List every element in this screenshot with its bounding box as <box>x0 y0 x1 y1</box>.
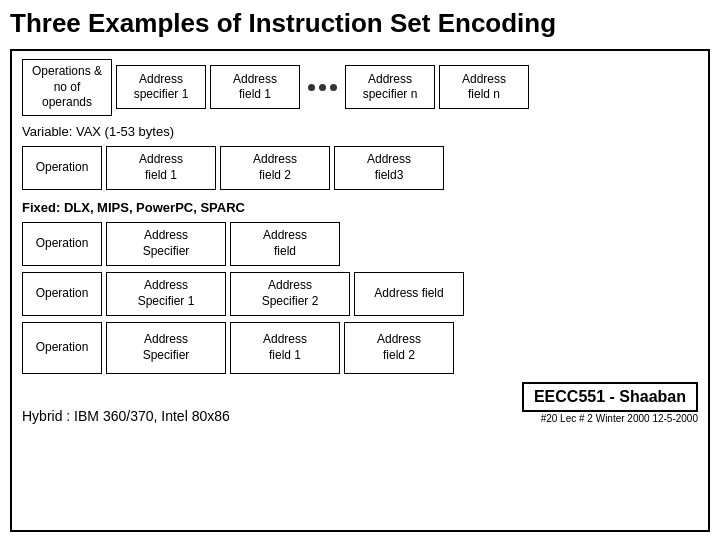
course-info: #20 Lec # 2 Winter 2000 12-5-2000 <box>541 413 698 424</box>
fixed-label: Fixed: DLX, MIPS, PowerPC, SPARC <box>22 200 698 215</box>
fixed3-af2-cell: Address field 2 <box>344 322 454 374</box>
addr-field1-cell: Address field 1 <box>210 65 300 109</box>
dots-separator <box>304 84 341 91</box>
fixed-row1: Operation Address Specifier Address fiel… <box>22 222 698 266</box>
footer: Hybrid : IBM 360/370, Intel 80x86 EECC55… <box>22 382 698 424</box>
fixed1-af-cell: Address field <box>230 222 340 266</box>
dot2 <box>319 84 326 91</box>
fixed1-as-cell: Address Specifier <box>106 222 226 266</box>
var-af1-cell: Address field 1 <box>106 146 216 190</box>
addr-specn-cell: Address specifier n <box>345 65 435 109</box>
variable-label: Variable: VAX (1-53 bytes) <box>22 124 698 139</box>
addr-spec1-cell: Address specifier 1 <box>116 65 206 109</box>
fixed-label-text: Fixed: DLX, MIPS, PowerPC, SPARC <box>22 200 245 215</box>
fixed1-op-cell: Operation <box>22 222 102 266</box>
fixed-row3: Operation Address Specifier Address fiel… <box>22 322 698 374</box>
hybrid-label: Hybrid : IBM 360/370, Intel 80x86 <box>22 408 230 424</box>
ops-cell: Operations & no of operands <box>22 59 112 116</box>
fixed2-op-cell: Operation <box>22 272 102 316</box>
variable-header-row: Operations & no of operands Address spec… <box>22 59 698 116</box>
footer-right: EECC551 - Shaaban #20 Lec # 2 Winter 200… <box>522 382 698 424</box>
fixed3-af1-cell: Address field 1 <box>230 322 340 374</box>
addr-fieldn-cell: Address field n <box>439 65 529 109</box>
dot3 <box>330 84 337 91</box>
fixed2-as2-cell: Address Specifier 2 <box>230 272 350 316</box>
variable-body-row: Operation Address field 1 Address field … <box>22 146 698 190</box>
main-title: Three Examples of Instruction Set Encodi… <box>10 8 710 39</box>
page: Three Examples of Instruction Set Encodi… <box>0 0 720 540</box>
outer-box: Operations & no of operands Address spec… <box>10 49 710 532</box>
eecc-box: EECC551 - Shaaban <box>522 382 698 412</box>
var-af3-cell: Address field3 <box>334 146 444 190</box>
fixed-rows: Operation Address Specifier Address fiel… <box>22 222 698 374</box>
fixed3-as-cell: Address Specifier <box>106 322 226 374</box>
var-af2-cell: Address field 2 <box>220 146 330 190</box>
fixed2-as1-cell: Address Specifier 1 <box>106 272 226 316</box>
variable-label-text: Variable: VAX (1-53 bytes) <box>22 124 174 139</box>
var-op-cell: Operation <box>22 146 102 190</box>
dot1 <box>308 84 315 91</box>
fixed3-op-cell: Operation <box>22 322 102 374</box>
fixed-row2: Operation Address Specifier 1 Address Sp… <box>22 272 698 316</box>
fixed2-af-cell: Address field <box>354 272 464 316</box>
